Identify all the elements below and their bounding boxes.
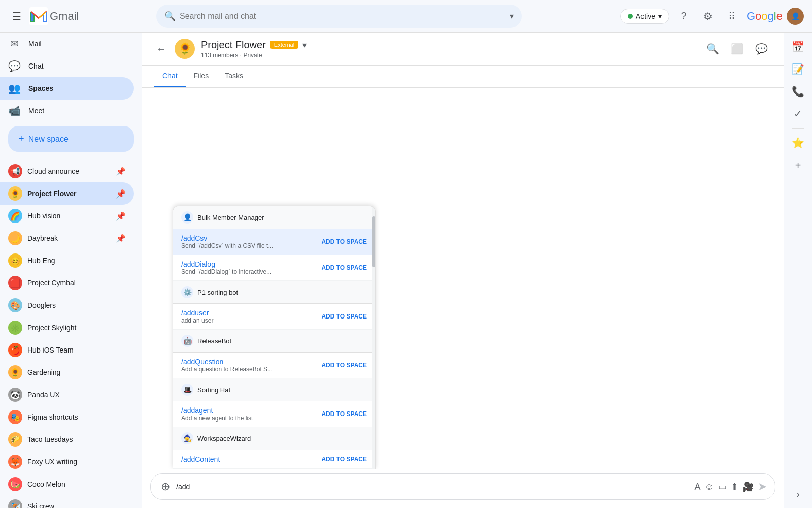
command-item-2-0[interactable]: /addQuestion Add a question to ReleaseBo… [173, 353, 375, 378]
add-to-space-btn-4-0[interactable]: ADD TO SPACE [321, 456, 367, 463]
command-name-4-0: /addContent [181, 455, 317, 463]
active-status-button[interactable]: Active ▾ [620, 9, 669, 24]
space-info: Project Flower External ▾ 113 members · … [201, 39, 696, 59]
chat-bubble-icon[interactable]: 💬 [751, 39, 771, 59]
space-header: ← 🌻 Project Flower External ▾ 113 member… [142, 33, 784, 66]
emoji-icon[interactable]: ☺ [705, 482, 714, 492]
space-dropdown-icon[interactable]: ▾ [302, 40, 307, 50]
command-desc-1-0: add an user [181, 317, 317, 324]
command-info-3-0: /addagent Add a new agent to the list [181, 406, 317, 422]
add-to-space-btn-1-0[interactable]: ADD TO SPACE [321, 313, 367, 320]
back-button[interactable]: ← [154, 41, 168, 57]
expand-icon[interactable]: ⬜ [727, 39, 747, 59]
command-item-4-0[interactable]: /addContent ADD TO SPACE [173, 450, 375, 469]
space-avatar-14: 🍉 [8, 477, 22, 491]
space-item-14[interactable]: 🍉 Coco Melon [0, 473, 134, 495]
apps-icon[interactable]: ⠿ [722, 6, 742, 26]
space-item-12[interactable]: 🌮 Taco tuesdays [0, 428, 134, 451]
user-avatar[interactable]: 👤 [787, 8, 804, 25]
topbar: ☰ Gmail 🔍 ▾ [0, 0, 812, 33]
attach-button[interactable]: ⊕ [159, 478, 172, 495]
search-input[interactable] [180, 12, 505, 21]
meet-icon: 📹 [8, 105, 20, 117]
space-item-2[interactable]: 🌈 Hub vision 📌 [0, 205, 134, 227]
main-area: ✉ Mail 💬 Chat 👥 Spaces 📹 Meet + New spac… [0, 33, 812, 508]
help-icon[interactable]: ? [673, 6, 694, 26]
right-tasks-icon[interactable]: ✓ [788, 104, 808, 124]
space-item-11[interactable]: 🎭 Figma shortcuts [0, 406, 134, 428]
command-item-3-0[interactable]: /addagent Add a new agent to the list AD… [173, 401, 375, 427]
space-item-6[interactable]: 🎨 Dooglers [0, 294, 134, 316]
right-calendar-icon[interactable]: 📅 [788, 37, 808, 57]
space-name-5: Project Cymbal [27, 279, 76, 287]
right-chevron-icon[interactable]: › [788, 484, 808, 504]
chat-nav-icon: 💬 [8, 60, 20, 72]
space-avatar-2: 🌈 [8, 209, 22, 223]
bot-icon-4: 🧙 [181, 432, 193, 444]
scrollbar-thumb[interactable] [372, 216, 375, 267]
space-item-10[interactable]: 🐼 Panda UX [0, 384, 134, 406]
search-bar[interactable]: 🔍 ▾ [156, 5, 522, 28]
add-to-space-btn-3-0[interactable]: ADD TO SPACE [321, 410, 367, 418]
pin-icon-0: 📌 [116, 167, 126, 176]
command-item-0-0[interactable]: /addCsv Send `/addCsv` with a CSV file t… [173, 229, 375, 255]
settings-icon[interactable]: ⚙ [698, 6, 718, 26]
command-info-4-0: /addContent [181, 455, 317, 463]
menu-icon[interactable]: ☰ [8, 6, 25, 26]
space-item-15[interactable]: ⛷️ Ski crew [0, 495, 134, 508]
space-item-1[interactable]: 🌻 Project Flower 📌 [0, 182, 134, 205]
upload-icon[interactable]: ⬆ [731, 481, 738, 492]
space-item-3[interactable]: 🌙 Daybreak 📌 [0, 227, 134, 249]
space-avatar-8: 🍎 [8, 343, 22, 357]
right-phone-icon[interactable]: 📞 [788, 81, 808, 102]
mail-icon: ✉ [8, 38, 20, 50]
message-input[interactable] [176, 483, 691, 491]
send-button[interactable]: ➤ [758, 480, 767, 493]
add-to-space-btn-2-0[interactable]: ADD TO SPACE [321, 362, 367, 369]
space-title-row: Project Flower External ▾ [201, 39, 696, 51]
sidebar-item-spaces[interactable]: 👥 Spaces [0, 77, 134, 100]
space-item-8[interactable]: 🍎 Hub iOS Team [0, 339, 134, 361]
right-notes-icon[interactable]: 📝 [788, 59, 808, 79]
space-item-13[interactable]: 🦊 Foxy UX writing [0, 451, 134, 473]
sidebar-item-mail[interactable]: ✉ Mail [0, 33, 134, 55]
tab-tasks[interactable]: Tasks [217, 66, 251, 87]
bot-section-name-4: WorkspaceWizard [197, 435, 251, 442]
space-item-5[interactable]: 🟥 Project Cymbal [0, 272, 134, 294]
space-item-4[interactable]: 😊 Hub Eng [0, 249, 134, 272]
search-space-icon[interactable]: 🔍 [702, 39, 723, 59]
command-desc-0-1: Send `/addDialog` to interactive... [181, 268, 317, 275]
command-desc-2-0: Add a question to ReleaseBot S... [181, 366, 317, 373]
bot-icon-3: 🎩 [181, 384, 193, 396]
space-item-9[interactable]: 🌻 Gardening [0, 361, 134, 384]
sidebar-item-chat[interactable]: 💬 Chat [0, 55, 134, 77]
chat-area: 👤Bulk Member Manager /addCsv Send `/addC… [142, 88, 784, 469]
right-star-icon[interactable]: ⭐ [788, 133, 808, 153]
space-avatar-6: 🎨 [8, 298, 22, 312]
bot-section-name-2: ReleaseBot [197, 337, 231, 345]
search-dropdown-icon[interactable]: ▾ [510, 11, 514, 21]
add-to-space-btn-0-1[interactable]: ADD TO SPACE [321, 264, 367, 271]
topbar-left: ☰ Gmail [8, 6, 150, 26]
command-info-0-0: /addCsv Send `/addCsv` with a CSV file t… [181, 234, 317, 249]
right-panel: 📅 📝 📞 ✓ ⭐ + › [784, 33, 812, 508]
space-name-7: Project Skylight [27, 324, 76, 332]
sidebar-item-meet[interactable]: 📹 Meet [0, 100, 134, 122]
new-space-plus-icon: + [18, 133, 24, 145]
tab-chat[interactable]: Chat [154, 66, 186, 87]
space-avatar-9: 🌻 [8, 365, 22, 379]
new-space-button[interactable]: + New space [8, 126, 134, 152]
bot-section-header-1: ⚙️P1 sorting bot [173, 281, 375, 304]
space-avatar-5: 🟥 [8, 276, 22, 290]
space-avatar-15: ⛷️ [8, 499, 22, 508]
right-plus-icon[interactable]: + [788, 155, 808, 175]
command-item-1-0[interactable]: /adduser add an user ADD TO SPACE [173, 304, 375, 330]
space-item-7[interactable]: ✳️ Project Skylight [0, 316, 134, 339]
command-item-0-1[interactable]: /addDialog Send `/addDialog` to interact… [173, 255, 375, 281]
format-text-icon[interactable]: A [695, 482, 701, 492]
mention-icon[interactable]: ▭ [718, 481, 727, 492]
video-icon[interactable]: 🎥 [742, 481, 754, 492]
add-to-space-btn-0-0[interactable]: ADD TO SPACE [321, 238, 367, 245]
tab-files[interactable]: Files [186, 66, 217, 87]
space-item-0[interactable]: 📢 Cloud announce 📌 [0, 160, 134, 182]
